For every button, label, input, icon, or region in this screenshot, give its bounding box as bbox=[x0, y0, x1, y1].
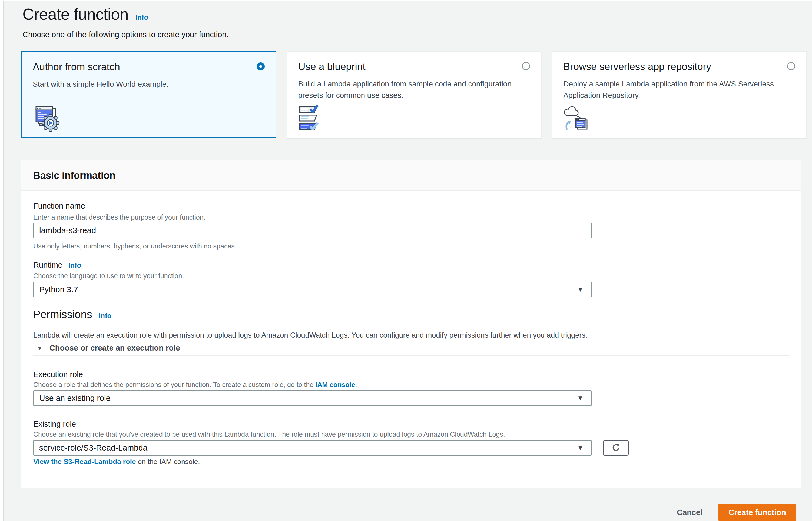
option-card-browse-serverless-app-repository[interactable]: Browse serverless app repository Deploy … bbox=[552, 51, 807, 138]
permissions-description: Lambda will create an execution role wit… bbox=[33, 331, 587, 340]
card-title: Browse serverless app repository bbox=[563, 61, 711, 72]
page-header: Create function Info bbox=[22, 5, 148, 23]
footer-actions: Cancel Create function bbox=[677, 504, 796, 521]
card-title: Use a blueprint bbox=[298, 61, 366, 72]
collapsed-side-rail bbox=[0, 0, 3, 521]
view-role-link[interactable]: View the S3-Read-Lambda role bbox=[33, 457, 136, 466]
radio-browse-serverless-app-repository[interactable] bbox=[787, 62, 795, 70]
view-role-line: View the S3-Read-Lambda role on the IAM … bbox=[33, 457, 200, 466]
panel-header: Basic information bbox=[21, 160, 800, 191]
chevron-down-icon: ▼ bbox=[577, 444, 583, 452]
chevron-down-icon: ▼ bbox=[577, 394, 583, 402]
page-subtitle: Choose one of the following options to c… bbox=[22, 30, 229, 39]
refresh-icon bbox=[611, 443, 621, 453]
create-function-button[interactable]: Create function bbox=[718, 504, 796, 521]
page-info-link[interactable]: Info bbox=[135, 13, 148, 22]
runtime-selected-value: Python 3.7 bbox=[39, 285, 78, 294]
panel-title: Basic information bbox=[33, 170, 115, 181]
function-name-input[interactable] bbox=[33, 223, 592, 238]
basic-information-panel: Basic information Function name Enter a … bbox=[21, 160, 801, 488]
permissions-heading-row: Permissions Info bbox=[33, 309, 112, 321]
cloud-deploy-icon bbox=[563, 105, 591, 131]
refresh-roles-button[interactable] bbox=[603, 440, 629, 456]
execution-role-expander[interactable]: ▼ Choose or create an execution role bbox=[37, 343, 180, 353]
radio-author-from-scratch[interactable] bbox=[257, 62, 265, 70]
card-description: Build a Lambda application from sample c… bbox=[298, 78, 520, 101]
runtime-label-row: Runtime Info bbox=[33, 260, 81, 270]
section-divider bbox=[33, 356, 790, 356]
runtime-label: Runtime bbox=[33, 260, 62, 270]
blueprint-checklist-icon bbox=[298, 105, 326, 131]
existing-role-selected-value: service-role/S3-Read-Lambda bbox=[39, 443, 147, 452]
runtime-select[interactable]: Python 3.7 ▼ bbox=[33, 282, 592, 297]
function-name-helper: Enter a name that describes the purpose … bbox=[33, 213, 206, 221]
existing-role-label: Existing role bbox=[33, 420, 76, 429]
execution-role-select[interactable]: Use an existing role ▼ bbox=[33, 390, 592, 406]
option-card-use-a-blueprint[interactable]: Use a blueprint Build a Lambda applicati… bbox=[287, 51, 541, 138]
function-name-label: Function name bbox=[33, 202, 85, 210]
card-title: Author from scratch bbox=[33, 61, 120, 73]
execution-role-helper: Choose a role that defines the permissio… bbox=[33, 381, 357, 389]
chevron-down-icon: ▼ bbox=[577, 286, 583, 293]
execution-role-label: Execution role bbox=[33, 370, 83, 379]
code-window-gear-play-icon bbox=[33, 106, 61, 132]
triangle-down-icon: ▼ bbox=[37, 344, 43, 352]
runtime-info-link[interactable]: Info bbox=[68, 261, 81, 270]
execution-role-selected-value: Use an existing role bbox=[39, 393, 110, 403]
creation-option-cards: Author from scratch Start with a simple … bbox=[21, 51, 807, 138]
existing-role-helper: Choose an existing role that you've crea… bbox=[33, 431, 505, 438]
cancel-button[interactable]: Cancel bbox=[677, 508, 703, 517]
permissions-info-link[interactable]: Info bbox=[99, 312, 112, 320]
iam-console-link[interactable]: IAM console bbox=[315, 381, 355, 388]
expander-label: Choose or create an execution role bbox=[49, 343, 180, 353]
top-edge bbox=[0, 0, 812, 1]
runtime-helper: Choose the language to use to write your… bbox=[33, 272, 184, 280]
radio-use-a-blueprint[interactable] bbox=[522, 62, 530, 70]
function-name-constraint: Use only letters, numbers, hyphens, or u… bbox=[33, 242, 237, 250]
page-title: Create function bbox=[22, 5, 128, 23]
existing-role-select[interactable]: service-role/S3-Read-Lambda ▼ bbox=[33, 440, 592, 456]
option-card-author-from-scratch[interactable]: Author from scratch Start with a simple … bbox=[21, 51, 276, 138]
permissions-heading: Permissions bbox=[33, 309, 92, 321]
card-description: Deploy a sample Lambda application from … bbox=[563, 78, 785, 101]
card-description: Start with a simple Hello World example. bbox=[33, 78, 254, 90]
